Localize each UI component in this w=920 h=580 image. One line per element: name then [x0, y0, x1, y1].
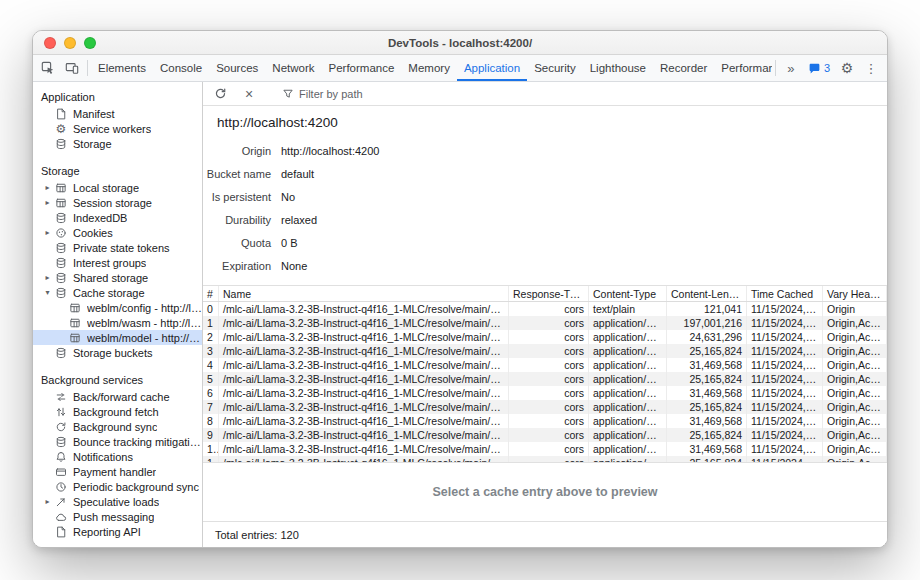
cell-name: /mlc-ai/Llama-3.2-3B-Instruct-q4f16_1-ML…: [219, 316, 509, 330]
cell-response-type: cors: [509, 344, 589, 358]
cell-response-type: cors: [509, 386, 589, 400]
filter-input[interactable]: Filter by path: [278, 86, 367, 102]
column-header-name[interactable]: Name: [219, 286, 509, 301]
sidebar-item-background-fetch[interactable]: Background fetch: [33, 404, 202, 419]
tree-collapsed-arrow-icon[interactable]: ▸: [42, 228, 53, 237]
sidebar-item-cookies[interactable]: ▸Cookies: [33, 225, 202, 240]
tree-collapsed-arrow-icon[interactable]: ▸: [42, 183, 53, 192]
sidebar-item-weblm-config-http-loc[interactable]: weblm/config - http://loc...: [33, 300, 202, 315]
cell-response-type: cors: [509, 358, 589, 372]
close-button[interactable]: [44, 37, 56, 49]
sidebar-item-storage-buckets[interactable]: Storage buckets: [33, 345, 202, 360]
sidebar-item-background-sync[interactable]: Background sync: [33, 419, 202, 434]
window-title: DevTools - localhost:4200/: [33, 37, 887, 49]
sidebar-item-session-storage[interactable]: ▸Session storage: [33, 195, 202, 210]
tab-application[interactable]: Application: [457, 55, 527, 81]
tab-memory[interactable]: Memory: [401, 55, 457, 81]
sidebar-item-label: Cookies: [73, 227, 113, 239]
column-header-response-type[interactable]: Response-Type: [509, 286, 589, 301]
sidebar-item-payment-handler[interactable]: Payment handler: [33, 464, 202, 479]
tab-sources[interactable]: Sources: [209, 55, 265, 81]
desktop: DevTools - localhost:4200/: [0, 0, 920, 580]
sidebar-item-label: Bounce tracking mitigations: [73, 436, 202, 448]
delete-selected-button[interactable]: ×: [237, 87, 261, 101]
table-row[interactable]: 5/mlc-ai/Llama-3.2-3B-Instruct-q4f16_1-M…: [203, 372, 887, 386]
table-row[interactable]: 10/mlc-ai/Llama-3.2-3B-Instruct-q4f16_1-…: [203, 442, 887, 456]
tab-lighthouse[interactable]: Lighthouse: [583, 55, 653, 81]
sidebar-item-shared-storage[interactable]: ▸Shared storage: [33, 270, 202, 285]
cell-content-type: application/oc...: [589, 442, 667, 456]
sidebar-item-cache-storage[interactable]: ▾Cache storage: [33, 285, 202, 300]
cell-content-type: application/oc...: [589, 428, 667, 442]
cell-response-type: cors: [509, 302, 589, 316]
column-header-content-length[interactable]: Content-Length: [667, 286, 747, 301]
preview-placeholder: Select a cache entry above to preview: [432, 485, 657, 499]
sidebar-item-push-messaging[interactable]: Push messaging: [33, 509, 202, 524]
cell-content-length: 25,165,824: [667, 372, 747, 386]
device-toolbar-button[interactable]: [60, 55, 84, 81]
sidebar-item-indexeddb[interactable]: IndexedDB: [33, 210, 202, 225]
inspect-cursor-icon: [41, 61, 55, 75]
database-icon: [53, 257, 69, 269]
column-header-vary-header[interactable]: Vary Header: [823, 286, 887, 301]
tab-recorder[interactable]: Recorder: [653, 55, 714, 81]
sidebar-item-reporting-api[interactable]: Reporting API: [33, 524, 202, 539]
refresh-button[interactable]: [208, 87, 232, 100]
tab-performance-insights[interactable]: Performance insights: [714, 55, 772, 81]
table-row[interactable]: 8/mlc-ai/Llama-3.2-3B-Instruct-q4f16_1-M…: [203, 414, 887, 428]
sidebar-item-manifest[interactable]: Manifest: [33, 106, 202, 121]
sidebar-item-service-workers[interactable]: ⚙Service workers: [33, 121, 202, 136]
device-toolbar-icon: [65, 61, 79, 75]
zoom-button[interactable]: [84, 37, 96, 49]
tree-expanded-arrow-icon[interactable]: ▾: [42, 288, 53, 297]
table-row[interactable]: 1/mlc-ai/Llama-3.2-3B-Instruct-q4f16_1-M…: [203, 316, 887, 330]
section-gap: [33, 360, 202, 369]
cell-vary-header: Origin,Access...: [823, 414, 887, 428]
more-tabs-button[interactable]: »: [779, 55, 803, 81]
sidebar-item-speculative-loads[interactable]: ▸Speculative loads: [33, 494, 202, 509]
table-row[interactable]: 6/mlc-ai/Llama-3.2-3B-Instruct-q4f16_1-M…: [203, 386, 887, 400]
column-header-time-cached[interactable]: Time Cached: [747, 286, 823, 301]
minimize-button[interactable]: [64, 37, 76, 49]
sidebar-item-label: Service workers: [73, 123, 151, 135]
table-row[interactable]: 2/mlc-ai/Llama-3.2-3B-Instruct-q4f16_1-M…: [203, 330, 887, 344]
sidebar-item-periodic-background-sync[interactable]: Periodic background sync: [33, 479, 202, 494]
inspect-element-button[interactable]: [36, 55, 60, 81]
fetch-icon: [53, 406, 69, 418]
cell-: 1: [203, 316, 219, 330]
tab-network[interactable]: Network: [265, 55, 321, 81]
sidebar-item-notifications[interactable]: Notifications: [33, 449, 202, 464]
meta-row: Durabilityrelaxed: [203, 208, 887, 231]
table-icon: [53, 182, 69, 194]
sidebar-item-storage[interactable]: Storage: [33, 136, 202, 151]
sidebar-item-weblm-model-http-loc[interactable]: weblm/model - http://loc...: [33, 330, 202, 345]
table-row[interactable]: 7/mlc-ai/Llama-3.2-3B-Instruct-q4f16_1-M…: [203, 400, 887, 414]
settings-button[interactable]: ⚙: [835, 55, 859, 81]
sidebar-item-label: Cache storage: [73, 287, 145, 299]
sidebar-item-back-forward-cache[interactable]: Back/forward cache: [33, 389, 202, 404]
issues-button[interactable]: 3: [803, 55, 835, 81]
cell-name: /mlc-ai/Llama-3.2-3B-Instruct-q4f16_1-ML…: [219, 372, 509, 386]
column-header-content-type[interactable]: Content-Type: [589, 286, 667, 301]
devtools-menu-button[interactable]: ⋮: [859, 55, 883, 81]
table-row[interactable]: 0/mlc-ai/Llama-3.2-3B-Instruct-q4f16_1-M…: [203, 302, 887, 316]
tree-collapsed-arrow-icon[interactable]: ▸: [42, 497, 53, 506]
cell-vary-header: Origin,Access...: [823, 372, 887, 386]
table-row[interactable]: 3/mlc-ai/Llama-3.2-3B-Instruct-q4f16_1-M…: [203, 344, 887, 358]
service-worker-icon: ⚙: [53, 123, 69, 135]
column-header-[interactable]: #: [203, 286, 219, 301]
sidebar-item-private-state-tokens[interactable]: Private state tokens: [33, 240, 202, 255]
tab-console[interactable]: Console: [153, 55, 209, 81]
tree-collapsed-arrow-icon[interactable]: ▸: [42, 198, 53, 207]
tree-collapsed-arrow-icon[interactable]: ▸: [42, 273, 53, 282]
tab-security[interactable]: Security: [527, 55, 583, 81]
tabbar-divider: [87, 60, 88, 76]
sidebar-item-local-storage[interactable]: ▸Local storage: [33, 180, 202, 195]
sidebar-item-weblm-wasm-http-loca[interactable]: weblm/wasm - http://loca...: [33, 315, 202, 330]
table-row[interactable]: 4/mlc-ai/Llama-3.2-3B-Instruct-q4f16_1-M…: [203, 358, 887, 372]
tab-performance[interactable]: Performance: [322, 55, 402, 81]
sidebar-item-interest-groups[interactable]: Interest groups: [33, 255, 202, 270]
table-row[interactable]: 9/mlc-ai/Llama-3.2-3B-Instruct-q4f16_1-M…: [203, 428, 887, 442]
tab-elements[interactable]: Elements: [91, 55, 153, 81]
sidebar-item-bounce-tracking-mitigations[interactable]: Bounce tracking mitigations: [33, 434, 202, 449]
